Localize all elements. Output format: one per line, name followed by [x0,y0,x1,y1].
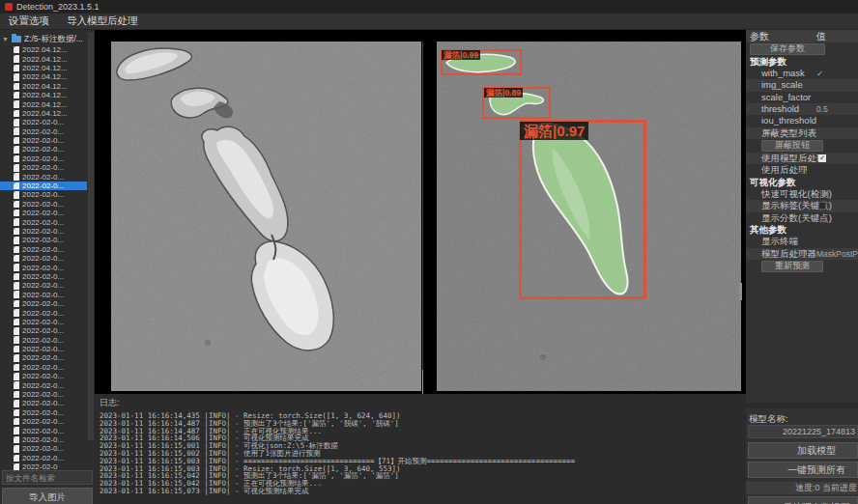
tree-item[interactable]: 2022.04.12... [0,91,87,99]
log-line: 2023-01-11 16:16:15,073 |INFO| - 可视化预测结果… [100,488,746,495]
tree-item[interactable]: 2022-02-0... [0,163,87,172]
checkbox[interactable] [818,202,826,210]
model-name-field[interactable]: 20221225_174813 [748,425,858,438]
viewer-scrollbar-handle[interactable] [739,283,742,300]
tree-item[interactable]: 2022-02-0 [0,462,87,470]
param-row[interactable]: iou_threshold [746,115,858,126]
tree-item-label: 2022-02-0... [22,336,64,345]
tree-item[interactable]: 2022-02-0... [0,454,87,462]
search-input[interactable] [2,470,93,485]
tree-item-label: 2022-02-0... [22,345,64,353]
menu-item-settings[interactable]: 设置选项 [9,14,49,28]
tree-item[interactable]: 2022-02-0... [0,399,87,407]
tree-item[interactable]: 2022-02-0... [0,353,87,362]
param-row[interactable]: with_mask✓ [746,68,858,79]
tree-item[interactable]: 2022-02-0... [0,291,87,299]
tree-root-folder[interactable]: ▼ Z:/5-标注数据/... [0,33,87,45]
tree-item[interactable]: 2022-02-0... [0,363,87,372]
tree-item[interactable]: 2022-02-0... [0,190,87,199]
tree-item-label: 2022.04.12... [22,64,68,72]
tree-item-label: 2022-02-0... [22,390,64,399]
file-tree: ▼ Z:/5-标注数据/... 2022.04.12...2022.04.12.… [0,33,87,470]
tree-item[interactable]: 2022-02-0... [0,254,87,263]
tree-item[interactable]: 2022-02-0... [0,435,87,444]
tree-item[interactable]: 2022-02-0... [0,345,87,353]
tree-item[interactable]: 2022.04.12... [0,64,87,72]
param-button[interactable]: 保存参数 [750,43,825,55]
param-row[interactable]: 模型后处理器MaskPostPro [746,248,858,260]
tree-item[interactable]: 2022-02-0... [0,308,87,317]
file-icon [14,46,19,54]
postprocess-settings-button[interactable]: 后处理参数设置 [748,496,858,504]
param-row[interactable]: img_scale [746,79,858,91]
tree-item[interactable]: 2022.04.12... [0,99,87,108]
param-label: 显示终端 [761,236,798,247]
tree-item[interactable]: 2022-02-0... [0,136,87,145]
menu-item-import-model-postprocess[interactable]: 导入模型后处理 [67,14,138,28]
param-button[interactable]: 屏蔽按钮 [761,140,823,152]
param-section: 预测参数 [746,56,858,68]
tree-item-label: 2022-02-0... [22,299,64,308]
file-icon [14,182,19,190]
tree-item[interactable]: 2022-02-0... [0,236,87,244]
tree-item[interactable]: 2022-02-0... [0,380,87,389]
predict-all-button[interactable]: 一键预测所有 [748,462,858,478]
file-icon [14,381,19,389]
tree-item[interactable]: 2022-02-0... [0,272,87,281]
param-row[interactable]: 显示标签(关键点) [746,200,858,211]
panel-splitter-handle[interactable] [422,370,423,397]
detection-label: 漏箔|0.99 [442,50,480,60]
tree-item[interactable]: 2022-02-0... [0,200,87,209]
param-label: 其他参数 [750,224,786,236]
tree-item[interactable]: 2022-02-0... [0,182,87,190]
param-button[interactable]: 重新预测 [761,261,823,272]
tree-item[interactable]: 2022-02-0... [0,417,87,426]
tree-item[interactable]: 2022-02-0... [0,318,87,326]
tree-item[interactable]: 2022-02-0... [0,390,87,399]
param-row[interactable]: 使用模型后处理✓ [746,153,858,164]
param-row[interactable]: 屏蔽类型列表 [746,127,858,139]
tree-item[interactable]: 2022.04.12... [0,109,87,118]
file-icon [14,173,19,181]
load-model-button[interactable]: 加载模型 [748,442,858,459]
tree-item-label: 2022-02-0 [22,462,57,470]
param-label: 使用后处理 [761,164,808,176]
tree-item[interactable]: 2022.04.12... [0,82,87,91]
file-icon [14,55,19,63]
param-row[interactable]: scale_factor [746,92,858,103]
tree-item[interactable]: 2022-02-0... [0,299,87,308]
param-row[interactable]: 使用后处理 [746,164,858,176]
tree-item[interactable]: 2022-02-0... [0,263,87,271]
tree-item[interactable]: 2022.04.12... [0,54,87,63]
tree-item[interactable]: 2022-02-0... [0,217,87,226]
param-row[interactable]: 显示终端 [746,236,858,247]
param-row[interactable]: threshold0.5 [746,103,858,115]
tree-item[interactable]: 2022-02-0... [0,426,87,434]
param-row[interactable]: 快速可视化(检测) [746,188,858,200]
import-image-button[interactable]: 导入图片 [2,488,93,504]
sidebar-scrollbar[interactable] [88,32,94,440]
tree-item[interactable]: 2022.04.12... [0,72,87,81]
tree-item[interactable]: 2022.04.12... [0,45,87,54]
tree-item[interactable]: 2022-02-0... [0,127,87,136]
checkbox[interactable]: ✓ [818,154,826,162]
tree-item[interactable]: 2022-02-0... [0,444,87,453]
tree-item[interactable]: 2022-02-0... [0,209,87,217]
tree-item[interactable]: 2022-02-0... [0,245,87,254]
tree-item[interactable]: 2022-02-0... [0,118,87,126]
tree-item-label: 2022-02-0... [22,435,64,444]
tree-item[interactable]: 2022-02-0... [0,145,87,154]
file-icon [14,164,19,172]
tree-item[interactable]: 2022-02-0... [0,281,87,290]
tree-item[interactable]: 2022-02-0... [0,326,87,335]
tree-item-label: 2022-02-0... [22,118,64,126]
tree-item[interactable]: 2022-02-0... [0,227,87,236]
tree-item[interactable]: 2022-02-0... [0,372,87,380]
tree-item[interactable]: 2022-02-0... [0,408,87,417]
panel-splitter[interactable] [422,42,423,370]
param-row[interactable]: 显示分数(关键点) [746,212,858,224]
tree-item[interactable]: 2022-02-0... [0,172,87,181]
tree-item[interactable]: 2022-02-0... [0,154,87,163]
tree-item[interactable]: 2022-02-0... [0,336,87,345]
tree-item-label: 2022-02-0... [22,173,64,182]
